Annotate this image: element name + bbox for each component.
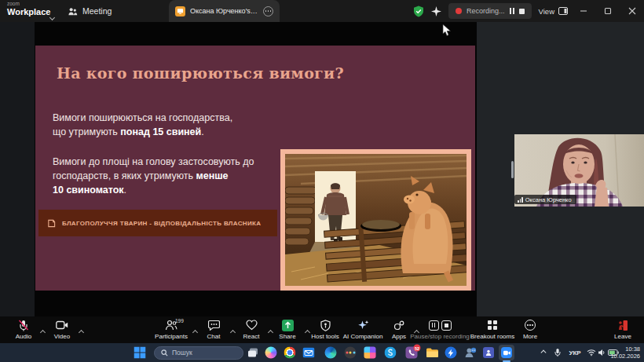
recording-pill: Recording... bbox=[448, 3, 532, 19]
slide-footer-label: БЛАГОПОЛУЧЧЯ ТВАРИН - ВІДПОВІДАЛЬНІСТЬ В… bbox=[62, 220, 261, 227]
host-tools-shield-icon bbox=[320, 320, 331, 331]
edge-browser-icon[interactable] bbox=[325, 347, 337, 359]
windows-taskbar: 52 УКР bbox=[0, 343, 644, 362]
participant-video-tile[interactable]: Оксана Юрченко bbox=[514, 134, 644, 207]
video-options-chevron[interactable] bbox=[79, 324, 83, 338]
more-ellipsis-icon bbox=[525, 320, 536, 331]
brand-small-label: zoom bbox=[7, 2, 50, 7]
mail-icon[interactable] bbox=[303, 348, 315, 358]
recording-dot-icon bbox=[456, 8, 462, 14]
meeting-people-icon bbox=[68, 6, 78, 16]
panel-resize-handle[interactable] bbox=[511, 161, 514, 178]
tray-time: 10:38 bbox=[610, 346, 640, 353]
task-view-button[interactable] bbox=[247, 348, 258, 358]
teams-app-icon[interactable] bbox=[483, 347, 494, 358]
window-minimize-button[interactable] bbox=[575, 0, 592, 22]
chrome-icon[interactable] bbox=[284, 347, 296, 359]
participant-name-label: Оксана Юрченко bbox=[525, 196, 572, 203]
chevron-down-icon bbox=[49, 15, 55, 20]
tab-shared-screen[interactable]: Оксана Юрченко's screen bbox=[169, 0, 280, 22]
search-icon bbox=[161, 349, 168, 357]
ellipsis-icon bbox=[265, 10, 272, 12]
slide-photo-frame bbox=[280, 149, 471, 291]
person-chat-icon bbox=[465, 347, 477, 358]
slide-paragraph-2: Вимоги до площі на голову застосовують д… bbox=[53, 155, 254, 197]
pig-barn-photo bbox=[285, 154, 467, 286]
power-app-icon[interactable] bbox=[445, 347, 457, 359]
tray-chevron-up[interactable] bbox=[542, 351, 546, 355]
stop-recording-button[interactable] bbox=[519, 9, 525, 14]
tab-meeting[interactable]: Meeting bbox=[68, 0, 112, 22]
screen-share-area: На кого поширюються вимоги? Вимоги пошир… bbox=[0, 22, 477, 316]
tray-language-indicator[interactable]: УКР bbox=[569, 349, 580, 357]
slide-paragraph-1: Вимоги поширюються на господарства, що у… bbox=[53, 112, 232, 140]
leave-door-icon bbox=[617, 320, 628, 331]
ai-companion-sparkle-icon bbox=[357, 320, 369, 331]
recording-status-label: Recording... bbox=[467, 7, 505, 15]
copilot-icon[interactable] bbox=[265, 347, 277, 359]
leave-button[interactable]: Leave bbox=[595, 319, 644, 340]
pause-recording-icon[interactable] bbox=[429, 320, 439, 331]
skype-logo-icon bbox=[385, 347, 397, 359]
screen-share-icon bbox=[175, 6, 185, 16]
photos-dark-icon[interactable] bbox=[345, 347, 357, 359]
breakout-rooms-icon bbox=[488, 320, 497, 330]
tray-wifi-icon[interactable] bbox=[587, 349, 596, 357]
camera-icon bbox=[56, 320, 68, 330]
more-button[interactable]: More bbox=[503, 319, 558, 340]
slide-title: На кого поширюються вимоги? bbox=[57, 64, 344, 82]
share-screen-icon bbox=[282, 320, 294, 331]
security-shield-icon[interactable] bbox=[413, 5, 424, 17]
shared-screen-tab-label: Оксана Юрченко's screen bbox=[190, 7, 258, 15]
view-label: View bbox=[539, 7, 554, 16]
brand-name-label: Workplace bbox=[7, 8, 50, 16]
meeting-toolbar: Audio Video 199 Participants Chat React bbox=[0, 316, 644, 343]
connection-signal-icon bbox=[518, 197, 523, 203]
slide-footer-bar: БЛАГОПОЛУЧЧЯ ТВАРИН - ВІДПОВІДАЛЬНІСТЬ В… bbox=[38, 210, 277, 236]
start-button[interactable] bbox=[134, 347, 146, 359]
window-close-button[interactable] bbox=[624, 0, 641, 22]
search-input[interactable] bbox=[172, 349, 235, 357]
microphone-muted-icon bbox=[18, 320, 29, 331]
title-bar: zoom Workplace Meeting Оксана Юрченко's … bbox=[0, 0, 644, 22]
pause-recording-button[interactable] bbox=[510, 8, 514, 14]
presentation-slide: На кого поширюються вимоги? Вимоги пошир… bbox=[35, 46, 475, 291]
zoom-active-indicator bbox=[503, 360, 510, 362]
tray-date: 10.02.2026 bbox=[610, 353, 640, 360]
app-brand: zoom Workplace bbox=[7, 2, 50, 16]
task-view-icon bbox=[247, 348, 258, 358]
workspace-dropdown-button[interactable] bbox=[50, 9, 54, 23]
skype-icon[interactable] bbox=[385, 347, 397, 359]
taskbar-search[interactable] bbox=[154, 346, 243, 360]
view-button[interactable]: View bbox=[539, 7, 568, 16]
tab-options-button[interactable] bbox=[263, 6, 273, 16]
shared-screen-video: На кого поширюються вимоги? Вимоги пошир… bbox=[35, 22, 477, 316]
participants-count-badge: 199 bbox=[175, 318, 184, 324]
view-layout-icon bbox=[558, 7, 568, 15]
contacts-app-icon[interactable] bbox=[465, 347, 477, 358]
tray-microphone-icon[interactable] bbox=[554, 349, 561, 357]
mouse-cursor bbox=[442, 24, 452, 37]
meeting-tab-label: Meeting bbox=[82, 6, 112, 16]
folder-icon bbox=[426, 348, 438, 358]
chat-bubble-icon bbox=[208, 320, 220, 331]
tray-speaker-icon[interactable] bbox=[598, 349, 606, 357]
viber-notification-badge: 52 bbox=[414, 345, 421, 352]
windows-start-icon bbox=[134, 347, 146, 359]
mail-envelope-icon bbox=[303, 348, 315, 358]
tray-clock[interactable]: 10:38 10.02.2026 bbox=[610, 346, 640, 360]
file-explorer-icon[interactable] bbox=[426, 348, 438, 358]
ai-sparkle-icon[interactable] bbox=[431, 6, 441, 16]
apps-icon bbox=[393, 320, 405, 331]
zoom-taskbar-icon[interactable] bbox=[499, 345, 514, 360]
zoom-app-window: zoom Workplace Meeting Оксана Юрченко's … bbox=[0, 0, 644, 362]
participant-name-tag: Оксана Юрченко bbox=[514, 195, 576, 204]
video-panel: Оксана Юрченко bbox=[477, 22, 644, 316]
heart-icon bbox=[246, 320, 258, 331]
meeting-main-area: На кого поширюються вимоги? Вимоги пошир… bbox=[0, 22, 644, 316]
viber-icon[interactable]: 52 bbox=[406, 347, 418, 359]
design-app-icon[interactable] bbox=[364, 347, 376, 359]
stop-recording-icon[interactable] bbox=[441, 320, 452, 331]
titlebar-right-cluster: Recording... View bbox=[413, 0, 644, 22]
window-maximize-button[interactable] bbox=[599, 0, 617, 22]
